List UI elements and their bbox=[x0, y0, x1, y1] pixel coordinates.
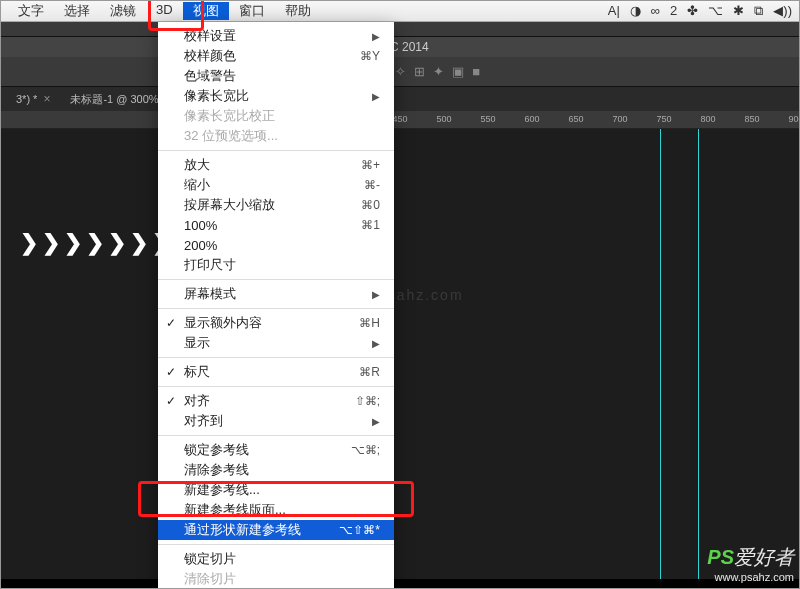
ruler-tick: 600 bbox=[524, 114, 539, 124]
app-bar bbox=[0, 22, 800, 37]
tool-icon[interactable]: ✧ bbox=[395, 64, 406, 79]
canvas[interactable] bbox=[0, 129, 800, 579]
menu-separator bbox=[158, 386, 394, 387]
menu-proof-colors[interactable]: 校样颜色⌘Y bbox=[158, 46, 394, 66]
adobe-icon[interactable]: A| bbox=[608, 3, 620, 18]
close-icon[interactable]: × bbox=[43, 92, 50, 106]
tab-label: 3*) * bbox=[16, 93, 37, 105]
shortcut: ⇧⌘; bbox=[355, 394, 380, 408]
menu-extras[interactable]: ✓显示额外内容⌘H bbox=[158, 313, 394, 333]
menu-label: 100% bbox=[184, 218, 361, 233]
menu-3d[interactable]: 3D bbox=[146, 2, 183, 20]
menu-proof-setup[interactable]: 校样设置▶ bbox=[158, 26, 394, 46]
menubar-right: A| ◑ ∞ 2 ✤ ⌥ ✱ ⧉ ◀)) bbox=[608, 3, 792, 19]
menu-lock-guides[interactable]: 锁定参考线⌥⌘; bbox=[158, 440, 394, 460]
ruler-tick: 650 bbox=[568, 114, 583, 124]
menu-text[interactable]: 文字 bbox=[8, 2, 54, 20]
switch-icon[interactable]: ⌥ bbox=[708, 3, 723, 18]
ruler-tick: 450 bbox=[392, 114, 407, 124]
menu-label: 清除切片 bbox=[184, 570, 380, 588]
tabs-bar: 3*) * × 未标题-1 @ 300% × bbox=[0, 87, 800, 111]
menubar-left: 文字 选择 滤镜 3D 视图 窗口 帮助 bbox=[8, 2, 321, 20]
menu-separator bbox=[158, 279, 394, 280]
tool-icon[interactable]: ✦ bbox=[433, 64, 444, 79]
document-tab[interactable]: 3*) * × bbox=[6, 92, 60, 106]
ruler-tick: 500 bbox=[436, 114, 451, 124]
ruler-tick: 850 bbox=[744, 114, 759, 124]
shortcut: ⌘- bbox=[364, 178, 380, 192]
menu-new-guide[interactable]: 新建参考线... bbox=[158, 480, 394, 500]
menu-separator bbox=[158, 308, 394, 309]
menu-label: 32 位预览选项... bbox=[184, 127, 380, 145]
menu-label: 放大 bbox=[184, 156, 361, 174]
menu-200-percent[interactable]: 200% bbox=[158, 235, 394, 255]
submenu-arrow-icon: ▶ bbox=[372, 338, 380, 349]
view-menu-dropdown: 校样设置▶ 校样颜色⌘Y 色域警告 像素长宽比▶ 像素长宽比校正 32 位预览选… bbox=[158, 22, 394, 589]
shortcut: ⌥⇧⌘* bbox=[339, 523, 380, 537]
menu-label: 像素长宽比 bbox=[184, 87, 372, 105]
ruler[interactable]: 450500550600650700750800850900 bbox=[0, 111, 800, 129]
menu-rulers[interactable]: ✓标尺⌘R bbox=[158, 362, 394, 382]
submenu-arrow-icon: ▶ bbox=[372, 31, 380, 42]
menu-label: 新建参考线... bbox=[184, 481, 380, 499]
menu-window[interactable]: 窗口 bbox=[229, 2, 275, 20]
shortcut: ⌘Y bbox=[360, 49, 380, 63]
menu-new-guide-layout[interactable]: 新建参考线版面... bbox=[158, 500, 394, 520]
menu-label: 新建参考线版面... bbox=[184, 501, 380, 519]
menu-label: 对齐到 bbox=[184, 412, 372, 430]
wifi-icon[interactable]: ⧉ bbox=[754, 3, 763, 19]
shortcut: ⌘1 bbox=[361, 218, 380, 232]
menu-filter[interactable]: 滤镜 bbox=[100, 2, 146, 20]
menu-label: 锁定切片 bbox=[184, 550, 380, 568]
checkmark-icon: ✓ bbox=[166, 394, 176, 408]
cc-badge: 2 bbox=[670, 3, 677, 18]
ruler-tick: 800 bbox=[700, 114, 715, 124]
menu-32bit-preview: 32 位预览选项... bbox=[158, 126, 394, 146]
menu-view[interactable]: 视图 bbox=[183, 2, 229, 20]
menu-label: 按屏幕大小缩放 bbox=[184, 196, 361, 214]
ruler-tick: 900 bbox=[788, 114, 800, 124]
menu-screen-mode[interactable]: 屏幕模式▶ bbox=[158, 284, 394, 304]
menu-label: 校样设置 bbox=[184, 27, 372, 45]
menu-new-guide-from-shape[interactable]: 通过形状新建参考线⌥⇧⌘* bbox=[158, 520, 394, 540]
menu-help[interactable]: 帮助 bbox=[275, 2, 321, 20]
tool-icon[interactable]: ■ bbox=[472, 64, 480, 79]
person-icon[interactable]: ◑ bbox=[630, 3, 641, 18]
menu-snap[interactable]: ✓对齐⇧⌘; bbox=[158, 391, 394, 411]
menu-zoom-in[interactable]: 放大⌘+ bbox=[158, 155, 394, 175]
menu-show[interactable]: 显示▶ bbox=[158, 333, 394, 353]
menu-pixel-aspect[interactable]: 像素长宽比▶ bbox=[158, 86, 394, 106]
menu-print-size[interactable]: 打印尺寸 bbox=[158, 255, 394, 275]
window-title: o CC 2014 bbox=[0, 37, 800, 57]
menu-zoom-out[interactable]: 缩小⌘- bbox=[158, 175, 394, 195]
menu-lock-slices[interactable]: 锁定切片 bbox=[158, 549, 394, 569]
tool-bar: ⊕ ✧ ⊞ ✦ ▣ ■ bbox=[0, 57, 800, 87]
menu-label: 显示额外内容 bbox=[184, 314, 359, 332]
submenu-arrow-icon: ▶ bbox=[372, 91, 380, 102]
clover-icon[interactable]: ✤ bbox=[687, 3, 698, 18]
menu-fit-screen[interactable]: 按屏幕大小缩放⌘0 bbox=[158, 195, 394, 215]
guide-line[interactable] bbox=[660, 129, 661, 579]
menu-snap-to[interactable]: 对齐到▶ bbox=[158, 411, 394, 431]
menu-label: 屏幕模式 bbox=[184, 285, 372, 303]
menu-gamut-warning[interactable]: 色域警告 bbox=[158, 66, 394, 86]
menu-label: 校样颜色 bbox=[184, 47, 360, 65]
guide-line[interactable] bbox=[698, 129, 699, 579]
shortcut: ⌘R bbox=[359, 365, 380, 379]
menu-label: 显示 bbox=[184, 334, 372, 352]
bluetooth-icon[interactable]: ✱ bbox=[733, 3, 744, 18]
ruler-tick: 700 bbox=[612, 114, 627, 124]
tool-icon[interactable]: ⊞ bbox=[414, 64, 425, 79]
menu-select[interactable]: 选择 bbox=[54, 2, 100, 20]
volume-icon[interactable]: ◀)) bbox=[773, 3, 792, 18]
logo-url: www.psahz.com bbox=[707, 571, 794, 583]
menu-clear-guides[interactable]: 清除参考线 bbox=[158, 460, 394, 480]
ruler-tick: 750 bbox=[656, 114, 671, 124]
tool-icon[interactable]: ▣ bbox=[452, 64, 464, 79]
menu-label: 像素长宽比校正 bbox=[184, 107, 380, 125]
menu-100-percent[interactable]: 100%⌘1 bbox=[158, 215, 394, 235]
checkmark-icon: ✓ bbox=[166, 316, 176, 330]
checkmark-icon: ✓ bbox=[166, 365, 176, 379]
cc-icon[interactable]: ∞ bbox=[651, 3, 660, 18]
menu-separator bbox=[158, 150, 394, 151]
